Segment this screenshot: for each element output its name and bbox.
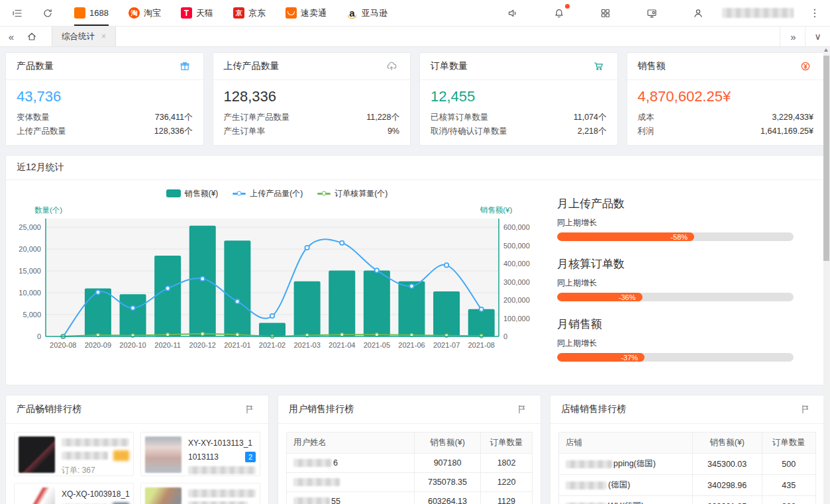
stat-card-销售额: 销售额4,870,602.25¥成本3,229,433¥利润1,641,169.…: [627, 52, 825, 146]
bell-icon[interactable]: [551, 5, 567, 21]
table-row: pping(德国)345300.03500: [559, 454, 816, 475]
product-card-line: [188, 489, 256, 497]
service-icon[interactable]: [644, 5, 660, 21]
username-redacted[interactable]: [722, 8, 794, 18]
stat-card-subrow: 成本3,229,433¥: [638, 111, 814, 125]
stat-card-subrow: 已核算订单数量11,074个: [431, 111, 607, 125]
sales-cell: 340298.96: [692, 475, 762, 496]
product-card-grid: 订单: 367XY-XY-1013113_110131132XQ-XQ-1003…: [6, 424, 268, 504]
marker: [236, 333, 239, 336]
product-card[interactable]: 订单: 367: [14, 432, 134, 476]
growth-sublabel: 同上期增长: [557, 217, 794, 228]
table-row: 69071801802: [287, 454, 533, 473]
axis-label: 2021-01: [224, 341, 250, 349]
growth-block-月销售额: 月销售额同上期增长-37%: [557, 317, 794, 362]
sales-cell: 735078.35: [414, 473, 480, 492]
1688-icon: [74, 7, 85, 19]
marker: [235, 299, 239, 303]
product-card-line: 订单: 367: [62, 465, 129, 476]
close-icon[interactable]: ×: [101, 32, 106, 41]
page-tabbar: « 综合统计 × » ∨: [0, 26, 830, 47]
redacted-name: WU(德国): [566, 501, 686, 504]
platform-tab-京东[interactable]: 京京东: [233, 0, 266, 26]
platform-tab-1688[interactable]: 1688: [74, 0, 109, 26]
stat-card-body: 43,736变体数量736,411个上传产品数量128,336个: [6, 80, 203, 145]
table-body: 69071801802735078.35122055603264.1311296…: [287, 454, 533, 504]
chart-area: 销售额(¥)上传产品量(个)订单核算量(个) 05,00010,00015,00…: [9, 185, 545, 377]
axis-label: 25,000: [19, 223, 41, 231]
bar-2021-07: [433, 291, 460, 336]
product-image: [145, 487, 182, 504]
axis-label: 2021-07: [433, 341, 460, 349]
growth-percent: -37%: [621, 354, 638, 362]
product-badge: [113, 450, 129, 461]
product-card[interactable]: [140, 483, 260, 504]
legend-item-订单核算量(个)[interactable]: 订单核算量(个): [317, 188, 388, 199]
tab-overflow-icon[interactable]: »: [780, 26, 805, 46]
tab-summary-statistics[interactable]: 综合统计 ×: [52, 26, 116, 46]
more-icon[interactable]: ⋮: [809, 7, 821, 19]
platform-tab-淘宝[interactable]: 淘淘宝: [129, 0, 161, 26]
stat-sub-value: 128,336个: [154, 125, 193, 138]
axis-label: 2020-10: [119, 341, 146, 349]
speaker-icon[interactable]: [505, 5, 521, 21]
chart-legend: 销售额(¥)上传产品量(个)订单核算量(个): [9, 185, 545, 201]
legend-item-销售额(¥)[interactable]: 销售额(¥): [166, 188, 219, 199]
table-row: 735078.351220: [287, 473, 533, 492]
cart-icon: [591, 58, 607, 74]
product-card[interactable]: XY-XY-1013113_110131132: [140, 432, 260, 476]
scroll-up-arrow-icon[interactable]: [824, 48, 828, 52]
aliexpress-icon: [285, 7, 297, 19]
collapse-tabs-icon[interactable]: «: [0, 26, 21, 46]
legend-item-上传产品量(个)[interactable]: 上传产品量(个): [233, 188, 303, 199]
marker: [409, 284, 413, 288]
tab-label: 综合统计: [62, 31, 95, 42]
scrollbar-thumb[interactable]: [823, 56, 829, 261]
product-card[interactable]: XQ-XQ-1003918_1: [14, 483, 134, 504]
chevron-down-icon[interactable]: ∨: [805, 26, 830, 46]
stat-sub-value: 1,641,169.25¥: [760, 125, 813, 138]
home-icon[interactable]: [21, 26, 42, 46]
table-row: WU(德国)209001.85266: [559, 496, 816, 504]
reload-icon[interactable]: [40, 5, 56, 21]
growth-bar-fill: -37%: [557, 353, 645, 362]
growth-block-月上传产品数: 月上传产品数同上期增长-58%: [557, 196, 794, 241]
stat-sub-value: 736,411个: [155, 111, 193, 125]
line-swatch-icon: [317, 193, 331, 195]
bar-2020-11: [154, 256, 181, 336]
redacted-block: [566, 460, 612, 468]
menu-fold-icon[interactable]: [9, 5, 25, 21]
axis-label: 20,000: [19, 245, 41, 253]
bar-2021-06: [398, 281, 425, 336]
stat-sub-label: 利润: [638, 125, 654, 138]
stat-sub-label: 取消/待确认订单数量: [431, 125, 507, 138]
flag-icon: [514, 401, 530, 417]
platform-label: 天猫: [196, 7, 213, 19]
page-scrollbar[interactable]: [823, 47, 829, 504]
product-rank-panel: 产品畅销排行榜 订单: 367XY-XY-1013113_110131132XQ…: [5, 395, 269, 504]
sales-cell: 603264.13: [414, 492, 480, 504]
stat-sub-value: 2,218个: [578, 125, 607, 138]
product-card-line: [188, 466, 256, 474]
stat-card-上传产品数量: 上传产品数量128,336产生订单产品数量11,228个产生订单率9%: [213, 52, 411, 146]
product-card-line: [62, 438, 129, 446]
legend-label: 订单核算量(个): [335, 188, 388, 199]
product-card-line: 10131132: [188, 452, 256, 462]
platform-tab-速卖通[interactable]: 速卖通: [285, 0, 327, 26]
orders-cell: 500: [762, 454, 816, 475]
column-header: 订单数量: [481, 432, 533, 454]
product-image: [19, 436, 55, 473]
platform-label: 速卖通: [301, 7, 327, 19]
axis-label: 2021-03: [293, 341, 320, 349]
orders-cell: 1220: [481, 473, 533, 492]
shop-rank-panel: 店铺销售排行榜 店铺销售额(¥)订单数量pping(德国)345300.0350…: [550, 395, 825, 504]
redacted-name: (德国): [566, 479, 686, 491]
column-header: 销售额(¥): [414, 432, 480, 454]
growth-percent: -58%: [670, 233, 688, 241]
column-header: 用户姓名: [287, 432, 415, 454]
growth-bar-track: -36%: [557, 293, 794, 301]
apps-icon[interactable]: [597, 5, 613, 21]
platform-tab-亚马逊[interactable]: a亚马逊: [346, 0, 388, 26]
user-icon[interactable]: [690, 5, 706, 21]
platform-tab-天猫[interactable]: T天猫: [181, 0, 213, 26]
